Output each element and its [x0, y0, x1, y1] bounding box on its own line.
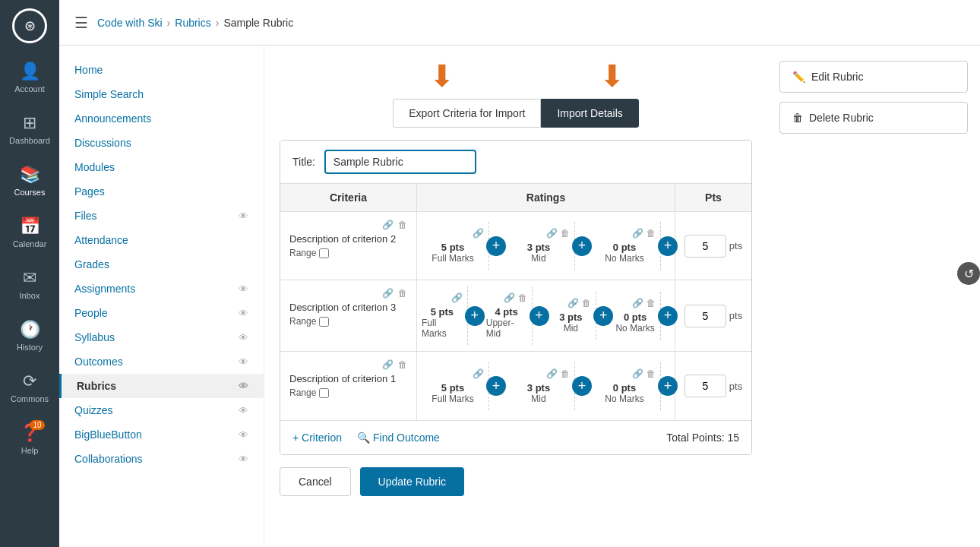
sidebar-grades-label: Grades [74, 258, 109, 270]
edit-criterion-icon-2[interactable]: 🔗 [382, 359, 394, 370]
add-rating-btn-1-1[interactable]: + [465, 306, 485, 326]
find-outcome-button[interactable]: 🔍 Find Outcome [357, 432, 440, 444]
delete-criterion-icon-2[interactable]: 🗑 [398, 359, 407, 370]
nav-history[interactable]: 🕐 History [0, 310, 59, 362]
add-rating-btn-0-2[interactable]: + [572, 236, 592, 256]
title-input[interactable] [324, 150, 476, 174]
add-rating-btn-1-2[interactable]: + [530, 306, 549, 326]
sidebar-item-assignments[interactable]: Assignments 👁 [59, 277, 264, 301]
breadcrumb-course[interactable]: Code with Ski [97, 17, 163, 29]
sidebar-item-simple-search[interactable]: Simple Search [59, 82, 264, 106]
sidebar-item-files[interactable]: Files 👁 [59, 204, 264, 228]
delete-criterion-icon-0[interactable]: 🗑 [398, 220, 407, 230]
hamburger-menu[interactable]: ☰ [74, 14, 88, 32]
delete-rating-icon[interactable]: 🗑 [561, 368, 570, 379]
nav-dashboard[interactable]: ⊞ Dashboard [0, 103, 59, 155]
nav-inbox[interactable]: ✉ Inbox [0, 258, 59, 310]
edit-rating-icon[interactable]: 🔗 [504, 292, 515, 303]
edit-rating-icon[interactable]: 🔗 [473, 368, 484, 379]
sidebar-item-grades[interactable]: Grades [59, 252, 264, 277]
sidebar-item-outcomes[interactable]: Outcomes 👁 [59, 349, 264, 374]
sidebar-item-attendance[interactable]: Attendance [59, 228, 264, 252]
cancel-button[interactable]: Cancel [280, 467, 351, 496]
range-checkbox-1[interactable] [319, 317, 329, 327]
add-rating-btn-0-1[interactable]: + [486, 236, 506, 256]
edit-rating-icon[interactable]: 🔗 [546, 228, 558, 239]
edit-criterion-icon-1[interactable]: 🔗 [382, 288, 394, 299]
rating-icons-1-2: 🔗 🗑 [551, 298, 592, 308]
pts-unit-label-1: pts [729, 310, 742, 321]
delete-criterion-icon-1[interactable]: 🗑 [398, 288, 407, 299]
add-rating-btn-1-end[interactable]: + [658, 306, 678, 326]
app-logo[interactable]: ⊛ [0, 0, 59, 52]
total-points: Total Points: 15 [666, 432, 739, 444]
update-rubric-button[interactable]: Update Rubric [360, 467, 465, 496]
edit-rating-icon[interactable]: 🔗 [546, 368, 558, 379]
edit-rubric-button[interactable]: ✏️ Edit Rubric [779, 61, 968, 93]
scroll-handle[interactable]: ↺ [957, 262, 980, 285]
nav-help[interactable]: ❓ 10 Help [0, 413, 59, 465]
collaborations-visibility-icon[interactable]: 👁 [239, 454, 248, 465]
pts-input-2[interactable] [684, 375, 726, 397]
nav-calendar[interactable]: 📅 Calendar [0, 207, 59, 258]
nav-account[interactable]: 👤 Account [0, 52, 59, 103]
edit-rating-icon[interactable]: 🔗 [567, 298, 579, 308]
files-visibility-icon[interactable]: 👁 [239, 210, 248, 222]
sidebar-item-collaborations[interactable]: Collaborations 👁 [59, 447, 264, 471]
sidebar-item-bigbluebutton[interactable]: BigBlueButton 👁 [59, 422, 264, 447]
content-area: Home Simple Search Announcements Discuss… [59, 46, 980, 547]
edit-rating-icon[interactable]: 🔗 [632, 368, 643, 379]
nav-commons-label: Commons [11, 394, 49, 403]
nav-account-label: Account [14, 84, 45, 93]
sidebar-item-discussions[interactable]: Discussions [59, 131, 264, 155]
delete-rating-icon[interactable]: 🗑 [646, 298, 656, 308]
sidebar-item-announcements[interactable]: Announcements [59, 106, 264, 131]
assignments-visibility-icon[interactable]: 👁 [239, 283, 248, 295]
add-criterion-button[interactable]: + Criterion [292, 432, 342, 444]
sidebar-item-quizzes[interactable]: Quizzes 👁 [59, 398, 264, 422]
nav-courses[interactable]: 📚 Courses [0, 155, 59, 207]
rating-icons-0-0: 🔗 [422, 228, 484, 239]
syllabus-visibility-icon[interactable]: 👁 [239, 332, 248, 343]
sidebar-item-syllabus[interactable]: Syllabus 👁 [59, 325, 264, 349]
add-rating-btn-0-end[interactable]: + [658, 236, 678, 256]
import-details-button[interactable]: Import Details [541, 99, 638, 128]
edit-rating-icon[interactable]: 🔗 [451, 292, 463, 303]
breadcrumb-section[interactable]: Rubrics [175, 17, 210, 29]
range-checkbox-0[interactable] [319, 248, 329, 258]
bigbluebutton-visibility-icon[interactable]: 👁 [239, 429, 248, 441]
rating-block-1-0: 🔗 5 pts Full Marks [417, 286, 468, 345]
people-visibility-icon[interactable]: 👁 [239, 308, 248, 319]
add-rating-btn-2-end[interactable]: + [658, 376, 678, 396]
range-checkbox-2[interactable] [319, 388, 329, 398]
delete-rubric-button[interactable]: 🗑 Delete Rubric [779, 102, 968, 134]
sidebar-item-rubrics[interactable]: Rubrics 👁 [59, 374, 264, 398]
sidebar-item-people[interactable]: People 👁 [59, 301, 264, 325]
delete-rating-icon[interactable]: 🗑 [646, 228, 656, 239]
outcomes-visibility-icon[interactable]: 👁 [239, 356, 248, 368]
add-rating-btn-1-3[interactable]: + [593, 306, 613, 326]
delete-rating-icon[interactable]: 🗑 [582, 298, 591, 308]
sidebar-item-pages[interactable]: Pages [59, 179, 264, 204]
pts-input-1[interactable] [684, 305, 726, 327]
delete-rating-icon[interactable]: 🗑 [646, 368, 656, 379]
edit-rating-icon[interactable]: 🔗 [473, 228, 484, 239]
rubrics-visibility-icon[interactable]: 👁 [239, 381, 248, 392]
quizzes-visibility-icon[interactable]: 👁 [239, 405, 248, 416]
edit-criterion-icon-0[interactable]: 🔗 [382, 220, 394, 230]
pts-input-0[interactable] [684, 235, 726, 258]
edit-rating-icon[interactable]: 🔗 [632, 298, 643, 308]
sidebar-item-modules[interactable]: Modules [59, 155, 264, 179]
add-rating-btn-2-1[interactable]: + [486, 376, 506, 396]
criterion-row-2: 🔗 🗑 Description of criterion 1 Range 🔗 5… [280, 352, 751, 420]
delete-rating-icon[interactable]: 🗑 [518, 292, 527, 303]
criterion-cell-2: 🔗 🗑 Description of criterion 1 Range [280, 352, 417, 420]
right-panel: ✏️ Edit Rubric 🗑 Delete Rubric [767, 46, 980, 547]
add-rating-btn-2-2[interactable]: + [572, 376, 592, 396]
rating-pts-0-0: 5 pts [441, 242, 464, 253]
delete-rating-icon[interactable]: 🗑 [561, 228, 570, 239]
sidebar-item-home[interactable]: Home [59, 58, 264, 82]
edit-rating-icon[interactable]: 🔗 [632, 228, 643, 239]
nav-commons[interactable]: ⟳ Commons [0, 362, 59, 413]
export-criteria-button[interactable]: Export Criteria for Import [393, 99, 541, 128]
